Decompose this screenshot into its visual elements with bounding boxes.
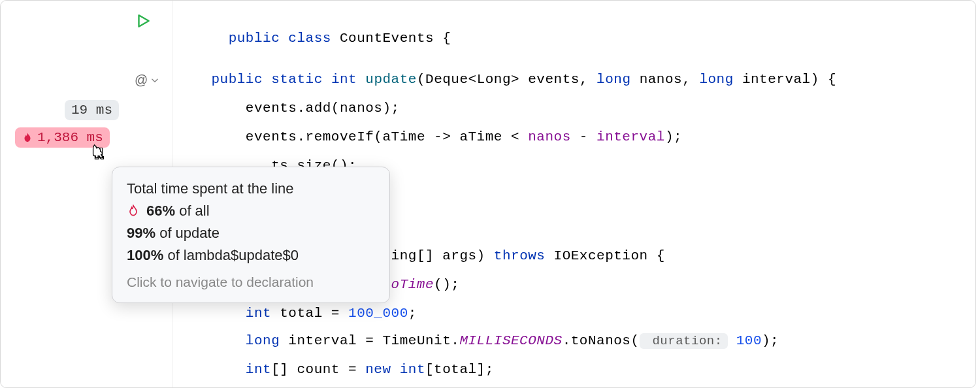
cursor-icon	[89, 143, 108, 167]
code-line: int[] count = new int[total];	[177, 361, 494, 378]
tooltip-row: 100% of lambda$update$0	[127, 244, 375, 267]
flame-icon	[22, 132, 33, 144]
time-chip-value: 19 ms	[71, 101, 112, 119]
editor-frame: @ 19 ms 1,386 ms public class CountEvent…	[0, 0, 976, 388]
code-line: public static int update(Deque<Long> eve…	[177, 71, 836, 88]
code-line: int total = 100_000;	[177, 305, 417, 321]
tooltip-row: 66% of all	[127, 200, 375, 222]
code-line: long interval = TimeUnit.MILLISECONDS.to…	[177, 333, 779, 349]
tooltip-hint[interactable]: Click to navigate to declaration	[127, 272, 375, 293]
tooltip-row: 99% of update	[127, 222, 375, 244]
code-line: public class CountEvents {	[177, 14, 451, 63]
annotation-toggle-icon[interactable]: @	[135, 73, 159, 88]
svg-marker-0	[139, 15, 149, 26]
run-icon[interactable]	[135, 12, 152, 33]
time-chip-gray[interactable]: 19 ms	[65, 100, 119, 120]
tooltip-title: Total time spent at the line	[127, 178, 375, 200]
chevron-down-icon	[150, 76, 159, 85]
profiler-tooltip[interactable]: Total time spent at the line 66% of all …	[112, 167, 390, 303]
parameter-hint: duration:	[640, 333, 728, 349]
code-line: events.removeIf(aTime -> aTime < nanos -…	[177, 129, 682, 145]
at-icon: @	[135, 73, 148, 88]
flame-icon	[127, 204, 140, 218]
code-line: events.add(nanos);	[177, 100, 400, 116]
